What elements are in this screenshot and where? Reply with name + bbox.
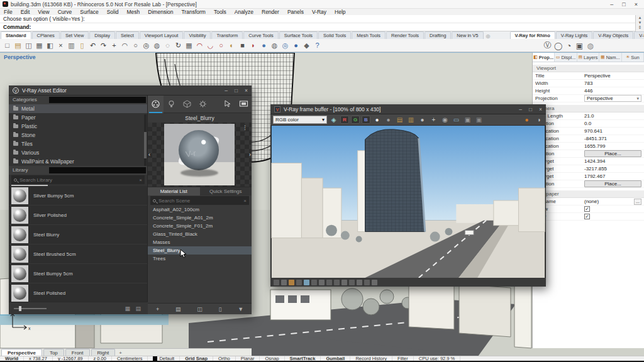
scene-material-item[interactable]: Concrete_Simple_F01_2m [148, 222, 252, 230]
viewport-label[interactable]: Perspective [4, 54, 36, 60]
toolbar-tab[interactable]: Mesh Tools [352, 31, 386, 39]
purge-icon[interactable]: ▼ [238, 306, 243, 312]
add-asset-icon[interactable]: + [156, 306, 159, 312]
red-channel-icon[interactable]: R [340, 116, 349, 124]
category-item[interactable]: Metal [9, 104, 147, 113]
scene-material-item[interactable]: Trees [148, 255, 252, 263]
viewport-layout-icon[interactable]: ▦ [184, 40, 194, 51]
panel-tab[interactable]: ▭Displ... [555, 53, 577, 62]
sphere-icon[interactable]: ● [258, 40, 269, 51]
close-button[interactable]: × [635, 1, 638, 8]
status-pane[interactable]: Default [148, 356, 180, 361]
menu-item[interactable]: Dimension [148, 9, 173, 15]
status-pane[interactable]: z 0.00 [89, 356, 112, 361]
vfb-mini-icon[interactable] [311, 280, 317, 285]
toolbar-tab[interactable]: Drafting [425, 31, 451, 39]
save-icon[interactable]: ◫ [23, 40, 34, 51]
z-target-value[interactable]: 1792.467 [584, 173, 641, 179]
library-search-input[interactable] [19, 177, 136, 183]
scene-material-item[interactable]: Glass_Tinted_Black [148, 230, 252, 238]
rotation-value[interactable]: 0.0 [584, 121, 641, 126]
paste-icon[interactable]: ▯ [77, 40, 87, 51]
categories-header[interactable]: Categories [9, 96, 147, 104]
display-icon[interactable] [236, 96, 252, 113]
y-location-value[interactable]: -8451.371 [584, 136, 641, 141]
menu-item[interactable]: Solid [107, 9, 119, 15]
panel-tab[interactable]: ◧Prop... [533, 53, 555, 62]
frame-buffer-title-bar[interactable]: V V-Ray frame buffer - [100% of 800 x 43… [270, 104, 546, 114]
category-item[interactable]: WallPaint & Wallpaper [9, 157, 147, 166]
zoom-extents-icon[interactable]: ◌ [162, 40, 173, 51]
vfb-mini-icon[interactable] [326, 280, 332, 285]
menu-item[interactable]: Surface [80, 9, 98, 15]
library-material-item[interactable]: Steel Bumpy 5cm [9, 264, 147, 283]
viewport-title-value[interactable]: Perspective [584, 73, 641, 79]
status-pane[interactable]: Record History [350, 356, 392, 361]
gray-checkbox[interactable]: ✓ [584, 214, 590, 219]
toolbar-tab[interactable]: New in V5 [452, 31, 483, 39]
lights-icon[interactable] [164, 96, 179, 113]
channel-select[interactable]: RGB color▾ [273, 116, 327, 124]
menu-item[interactable]: Panels [287, 9, 304, 15]
wallpaper-filename-value[interactable]: (none) [584, 199, 633, 204]
zoom-in-icon[interactable]: ◎ [141, 40, 152, 51]
move-icon[interactable]: + [109, 40, 119, 51]
status-pane[interactable]: CPU use: 92.9 % [414, 356, 461, 361]
settings-icon[interactable] [195, 96, 211, 113]
scene-material-item[interactable]: Steel_Blurry [148, 246, 252, 255]
curve-icon[interactable]: ◡ [205, 40, 216, 51]
save-asset-icon[interactable]: ◫ [197, 306, 203, 312]
status-pane[interactable]: Osnap [260, 356, 284, 361]
minimize-button[interactable]: – [225, 87, 228, 94]
menu-item[interactable]: View [38, 9, 49, 15]
toolbar-tab[interactable]: Viewport Layout [140, 31, 184, 39]
shell-icon[interactable]: ◗ [248, 40, 258, 51]
maximize-button[interactable]: □ [529, 106, 532, 112]
library-header[interactable]: Library [9, 166, 147, 175]
cylinder-icon[interactable]: ◍ [269, 40, 280, 51]
add-viewport-tab-icon[interactable]: + [115, 349, 126, 356]
x-target-value[interactable]: 1424.394 [584, 158, 641, 164]
undo-icon[interactable]: ↶ [87, 40, 98, 51]
viewport-tab[interactable]: Right [91, 349, 116, 356]
place-target-button[interactable]: Place... [584, 180, 641, 187]
viewport-tab[interactable]: Front [65, 349, 90, 356]
vfb-mini-icon[interactable] [304, 280, 309, 285]
asset-editor-title-bar[interactable]: V V-Ray Asset Editor – □ × [9, 85, 252, 96]
toolbar-tab[interactable]: Solid Tools [318, 31, 351, 39]
batch-render-icon[interactable]: ◍ [585, 40, 596, 51]
panel-tab[interactable]: ☀Sun [622, 53, 644, 62]
clear-image-icon[interactable]: ● [418, 115, 427, 124]
library-material-item[interactable]: Silver Bumpy 5cm [9, 186, 147, 206]
vfb-mini-icon[interactable] [274, 280, 279, 285]
compare-icon[interactable]: ◈ [329, 115, 338, 124]
status-pane[interactable]: Grid Snap [180, 356, 213, 361]
toolbar-tab[interactable]: Transform [211, 31, 243, 39]
show-checkbox[interactable]: ✓ [584, 206, 590, 212]
open-folder-icon[interactable]: ▤ [175, 306, 181, 312]
lens-effects-icon[interactable]: ◑ [534, 115, 543, 124]
status-pane[interactable]: Centimeters [112, 356, 148, 361]
z-location-value[interactable]: 1655.799 [584, 143, 641, 149]
category-item[interactable]: Various [9, 148, 147, 157]
rotate-view-icon[interactable]: ↻ [173, 40, 184, 51]
status-pane[interactable]: y -12667.89 [53, 356, 89, 361]
category-item[interactable]: Tiles [9, 140, 147, 148]
clear-search-icon[interactable]: × [243, 198, 247, 204]
command-history[interactable]: Choose sun option ( Visible=Yes ): [0, 15, 635, 23]
region-render-icon[interactable]: ◉ [440, 115, 450, 124]
open-file-icon[interactable]: ▤ [13, 40, 23, 51]
status-pane[interactable]: Filter [392, 356, 414, 361]
color-corrections-icon[interactable]: ▣ [463, 115, 472, 124]
toolbar-tab[interactable]: Set View [60, 31, 89, 39]
render-icon[interactable]: ◯ [553, 40, 564, 51]
vfb-mini-icon[interactable] [289, 280, 294, 285]
track-mouse-icon[interactable]: + [429, 115, 438, 124]
copy-icon[interactable]: ◧ [45, 40, 55, 51]
earth-icon[interactable]: ● [291, 40, 301, 51]
vfb-mini-icon[interactable] [341, 280, 347, 285]
viewport-tab[interactable]: Top [43, 349, 64, 356]
collapse-left-icon[interactable]: ‹ [148, 151, 150, 158]
menu-item[interactable]: Help [335, 9, 345, 15]
expand-right-icon[interactable]: › [249, 151, 251, 158]
